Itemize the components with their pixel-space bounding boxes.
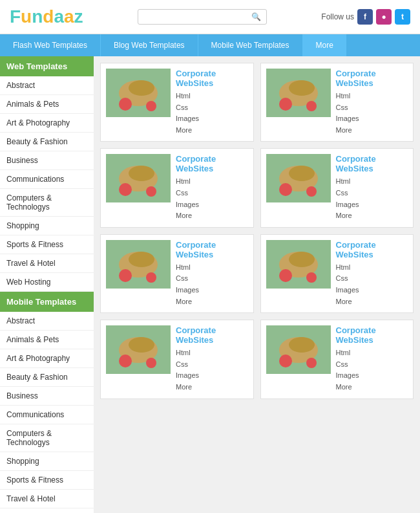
sidebar-item-business-web[interactable]: Business <box>0 151 94 170</box>
facebook-icon[interactable]: f <box>357 9 373 25</box>
content-area: Corporate WebSites HtmlCssImagesMore <box>94 56 420 513</box>
main-container: Web Templates Abstract Animals & Pets Ar… <box>0 56 420 513</box>
sidebar-item-animals-mob[interactable]: Animals & Pets <box>0 331 94 349</box>
card-title-5[interactable]: Corporate WebSites <box>176 240 248 259</box>
sidebar-item-hosting-web[interactable]: Web Hosting <box>0 273 94 292</box>
svg-point-38 <box>306 358 317 368</box>
card-info-5: Corporate WebSites HtmlCssImagesMore <box>176 240 248 307</box>
sidebar-item-animals-web[interactable]: Animals & Pets <box>0 95 94 114</box>
sidebar-item-art-web[interactable]: Art & Photography <box>0 114 94 133</box>
card-info-8: Corporate WebSites HtmlCssImagesMore <box>336 325 408 393</box>
mobile-templates-header: Mobile Templates <box>0 292 94 312</box>
sidebar-item-computers-web[interactable]: Computers & Technologys <box>0 189 94 217</box>
logo: Fundaaz <box>10 6 83 27</box>
card-grid: Corporate WebSites HtmlCssImagesMore <box>100 63 414 399</box>
sidebar-item-travel-web[interactable]: Travel & Hotel <box>0 254 94 273</box>
card-title-6[interactable]: Corporate WebSites <box>336 240 408 259</box>
svg-point-19 <box>289 166 315 181</box>
sidebar-item-travel-mob[interactable]: Travel & Hotel <box>0 490 94 508</box>
svg-point-8 <box>306 101 317 111</box>
search-input[interactable] <box>143 12 251 21</box>
card-info-7: Corporate WebSites HtmlCssImagesMore <box>176 325 248 393</box>
svg-point-33 <box>146 358 156 368</box>
card-title-7[interactable]: Corporate WebSites <box>176 325 248 345</box>
card-title-2[interactable]: Corporate WebSites <box>336 69 408 88</box>
card-title-1[interactable]: Corporate WebSites <box>176 69 248 88</box>
card-5: Corporate WebSites HtmlCssImagesMore <box>100 234 254 313</box>
sidebar-item-hosting-mob[interactable]: Web Hosting <box>0 508 94 513</box>
svg-point-32 <box>119 355 132 367</box>
sidebar-item-abstract-mob[interactable]: Abstract <box>0 312 94 331</box>
card-image-1 <box>106 69 171 117</box>
sidebar-item-sports-mob[interactable]: Sports & Fitness <box>0 471 94 490</box>
sidebar-item-shopping-web[interactable]: Shopping <box>0 217 94 235</box>
tab-blog-web-templates[interactable]: Blog Web Templates <box>101 34 198 56</box>
card-image-4 <box>266 154 331 202</box>
card-info-2: Corporate WebSites HtmlCssImagesMore <box>336 69 408 136</box>
sidebar-item-business-mob[interactable]: Business <box>0 387 94 406</box>
svg-point-23 <box>146 272 156 283</box>
svg-point-14 <box>129 166 154 181</box>
card-image-7 <box>106 325 171 374</box>
card-2: Corporate WebSites HtmlCssImagesMore <box>260 63 414 142</box>
sidebar-item-communications-mob[interactable]: Communications <box>0 406 94 424</box>
tab-more[interactable]: More <box>303 34 346 56</box>
card-info-4: Corporate WebSites HtmlCssImagesMore <box>336 154 408 221</box>
card-detail-8: HtmlCssImagesMore <box>336 347 408 393</box>
svg-point-37 <box>279 355 292 367</box>
svg-point-4 <box>129 80 154 96</box>
sidebar: Web Templates Abstract Animals & Pets Ar… <box>0 56 94 513</box>
svg-point-9 <box>289 80 315 96</box>
svg-point-28 <box>306 272 317 283</box>
svg-point-24 <box>129 252 154 267</box>
card-title-3[interactable]: Corporate WebSites <box>176 154 248 173</box>
sidebar-item-beauty-web[interactable]: Beauty & Fashion <box>0 133 94 151</box>
card-3: Corporate WebSites HtmlCssImagesMore <box>100 148 254 227</box>
card-image-6 <box>266 240 331 289</box>
sidebar-item-sports-web[interactable]: Sports & Fitness <box>0 235 94 254</box>
svg-point-29 <box>289 252 315 267</box>
card-title-4[interactable]: Corporate WebSites <box>336 154 408 173</box>
instagram-icon[interactable]: ● <box>376 9 392 25</box>
card-detail-5: HtmlCssImagesMore <box>176 262 248 307</box>
card-info-6: Corporate WebSites HtmlCssImagesMore <box>336 240 408 307</box>
card-info-3: Corporate WebSites HtmlCssImagesMore <box>176 154 248 221</box>
card-detail-4: HtmlCssImagesMore <box>336 176 408 221</box>
card-1: Corporate WebSites HtmlCssImagesMore <box>100 63 254 142</box>
svg-point-3 <box>146 101 156 111</box>
sidebar-item-art-mob[interactable]: Art & Photography <box>0 349 94 368</box>
sidebar-item-computers-mob[interactable]: Computers & Technologys <box>0 424 94 452</box>
card-detail-1: HtmlCssImagesMore <box>176 91 248 136</box>
svg-point-27 <box>279 269 292 282</box>
sidebar-item-beauty-mob[interactable]: Beauty & Fashion <box>0 368 94 387</box>
card-title-8[interactable]: Corporate WebSites <box>336 325 408 345</box>
card-info-1: Corporate WebSites HtmlCssImagesMore <box>176 69 248 136</box>
tab-flash-web-templates[interactable]: Flash Web Templates <box>0 34 101 56</box>
card-8: Corporate WebSites HtmlCssImagesMore <box>260 320 414 398</box>
header: Fundaaz 🔍 Follow us f ● t <box>0 0 420 34</box>
svg-point-17 <box>279 183 292 196</box>
search-bar[interactable]: 🔍 <box>138 9 267 25</box>
svg-point-2 <box>119 98 132 111</box>
card-4: Corporate WebSites HtmlCssImagesMore <box>260 148 414 227</box>
svg-point-13 <box>146 186 156 197</box>
nav-tabs: Flash Web Templates Blog Web Templates M… <box>0 34 420 56</box>
sidebar-item-abstract-web[interactable]: Abstract <box>0 76 94 95</box>
search-icon[interactable]: 🔍 <box>251 12 261 21</box>
svg-point-7 <box>279 98 292 111</box>
card-detail-7: HtmlCssImagesMore <box>176 347 248 393</box>
svg-point-39 <box>289 337 315 353</box>
sidebar-item-communications-web[interactable]: Communications <box>0 170 94 189</box>
tab-mobile-web-templates[interactable]: Mobile Web Templates <box>198 34 303 56</box>
svg-point-18 <box>306 186 317 197</box>
twitter-icon[interactable]: t <box>395 9 410 25</box>
card-detail-6: HtmlCssImagesMore <box>336 262 408 307</box>
svg-point-12 <box>119 183 132 196</box>
card-7: Corporate WebSites HtmlCssImagesMore <box>100 320 254 398</box>
sidebar-item-shopping-mob[interactable]: Shopping <box>0 452 94 471</box>
card-image-5 <box>106 240 171 289</box>
svg-point-22 <box>119 269 132 282</box>
follow-section: Follow us f ● t <box>321 9 410 25</box>
card-image-2 <box>266 69 331 117</box>
web-templates-header: Web Templates <box>0 56 94 76</box>
